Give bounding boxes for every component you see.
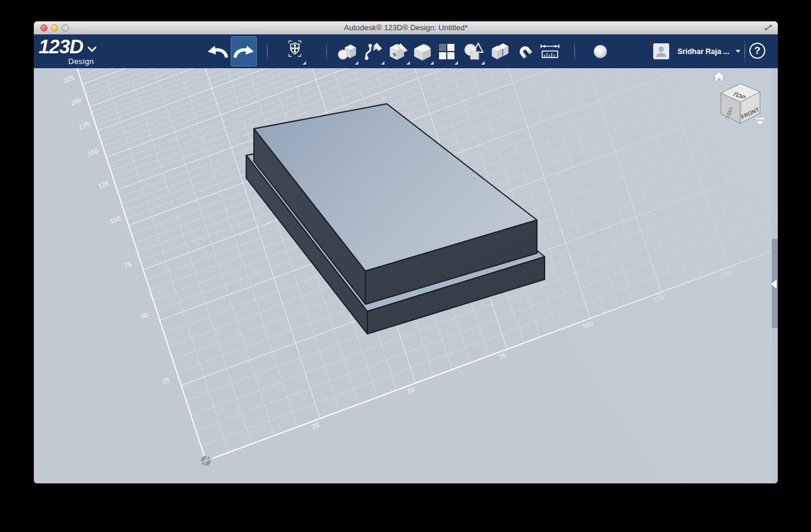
grid-axis-label: 50: [406, 386, 416, 394]
grid-axis-label: 150: [87, 147, 99, 158]
toolbar-separator: [574, 40, 575, 62]
account-button[interactable]: Sridhar Raja ...: [653, 34, 740, 68]
grid-axis-label: 225: [62, 74, 75, 84]
account-caret-icon: [736, 50, 740, 53]
dropdown-caret: [454, 61, 458, 65]
app-menu-button[interactable]: 123D Design: [39, 36, 133, 67]
material-sphere-icon: [591, 43, 609, 60]
grid-axis-label: 100: [109, 215, 121, 225]
question-mark-icon: ?: [754, 45, 760, 56]
redo-arrow-icon: [233, 44, 255, 59]
dropdown-caret: [355, 61, 358, 65]
account-name: Sridhar Raja ...: [678, 47, 730, 56]
grid-axis-label: 125: [97, 180, 110, 190]
grid-axis-label: 50: [140, 311, 150, 320]
grid-axis-label: 200: [70, 96, 82, 107]
help-button[interactable]: ?: [749, 43, 765, 59]
panel-expand-arrow-icon[interactable]: [771, 279, 777, 289]
move-gizmo-icon: [284, 40, 306, 63]
combine-tool-button[interactable]: [486, 36, 513, 66]
chevron-down-icon: [87, 46, 97, 52]
ruler-icon: [539, 43, 561, 60]
cube-plus-pencil-icon: [387, 41, 410, 62]
dropdown-caret: [303, 61, 306, 65]
magnet-icon: [515, 42, 535, 62]
sphere-cube-icon: [336, 42, 358, 61]
material-tool-button[interactable]: [587, 36, 613, 66]
person-icon: [653, 43, 669, 59]
brand-logo: 123D: [39, 36, 83, 58]
merged-cubes-icon: [489, 42, 510, 62]
cube-fillet-icon: [412, 42, 433, 62]
undo-arrow-icon: [206, 44, 229, 59]
dropdown-caret: [481, 61, 485, 65]
spline-pen-icon: [362, 42, 384, 62]
primitives-tool-button[interactable]: [334, 36, 360, 66]
sketch-tool-button[interactable]: [360, 36, 386, 66]
transform-tool-button[interactable]: [282, 36, 308, 66]
grid-axis-label: 75: [123, 260, 133, 269]
redo-button[interactable]: [231, 36, 257, 66]
toolbar-separator: [745, 39, 745, 64]
snap-tool-button[interactable]: [512, 36, 538, 66]
grouping-tool-button[interactable]: [460, 36, 486, 66]
ground-grid: 255075100125150175200225255075100125150: [34, 68, 778, 483]
titlebar[interactable]: Autodesk® 123D® Design: Untitled*: [34, 21, 778, 35]
undo-button[interactable]: [205, 36, 231, 66]
main-toolbar: 123D Design: [34, 34, 778, 68]
fullscreen-icon[interactable]: [764, 24, 773, 31]
toolbar-separator: [267, 40, 268, 62]
notification-flag: [650, 41, 655, 46]
grid-axis-label: 25: [311, 421, 320, 430]
dropdown-caret: [381, 61, 384, 65]
app-window: Autodesk® 123D® Design: Untitled* 123D D…: [34, 21, 778, 483]
grid-axis-label: 175: [78, 120, 90, 131]
grid-axis-label: 25: [161, 376, 171, 385]
measure-tool-button[interactable]: [537, 36, 563, 66]
pattern-tool-button[interactable]: [434, 36, 460, 66]
modify-tool-button[interactable]: [409, 36, 435, 66]
avatar: [653, 43, 669, 59]
shapes-group-icon: [463, 42, 484, 62]
viewport-canvas[interactable]: 255075100125150175200225255075100125150: [34, 68, 778, 483]
window-title: Autodesk® 123D® Design: Untitled*: [34, 23, 778, 32]
brand-sub-label: Design: [68, 57, 94, 66]
four-squares-icon: [438, 43, 456, 60]
construct-tool-button[interactable]: [386, 36, 412, 66]
toolbar-separator: [326, 40, 327, 62]
grid-axis-label: 75: [498, 352, 507, 361]
